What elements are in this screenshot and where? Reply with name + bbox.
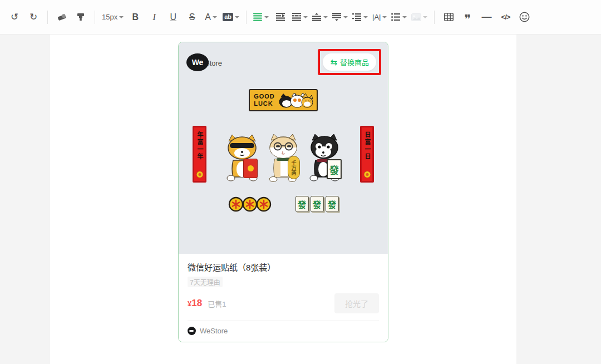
bold-icon: B [132,12,139,22]
price-row: ¥18 已售1 抢光了 [188,293,379,313]
chevron-down-icon [363,16,368,18]
cat-koban-sticker: 千万两 [265,131,301,183]
letter-spacing-button[interactable]: |A| [371,8,388,27]
chevron-down-icon [303,16,308,18]
westore-logo: We Store [186,53,222,71]
space-above-icon [312,13,322,21]
koban-text: 千万两 [290,160,298,175]
space-after-button[interactable] [331,8,349,27]
black-dog-fa-sticker: 發 [307,131,342,183]
table-icon [444,13,454,21]
right-couplet-sticker: 日富一日 [360,126,374,183]
mahjong-tile: 發 [295,196,309,212]
horizontal-rule-icon: — [481,11,491,23]
format-painter-button[interactable] [72,8,90,27]
image-icon [411,13,421,21]
mahjong-tile: 發 [311,196,324,212]
italic-icon: I [153,12,156,22]
margin-lines-icon [352,13,362,21]
mahjong-char: 發 [328,198,336,210]
indent-both-icon [292,13,302,21]
redo-button[interactable]: ↻ [24,8,42,27]
gold-coin-stickers [228,196,270,212]
editor-canvas[interactable]: We Store ⇆ 替换商品 GOOD LUCK [50,35,516,364]
gold-coin-icon [228,196,244,212]
chevron-down-icon [235,16,239,18]
bullet-list-icon [391,13,401,21]
good-luck-banner-sticker: GOOD LUCK [249,89,318,111]
gold-coin-icon [242,196,258,212]
left-couplet-sticker: 年富一年 [193,126,206,183]
mahjong-char: 發 [313,198,321,210]
image-button[interactable] [410,8,429,27]
coin-seal-icon [363,171,371,178]
indent-icon [276,13,285,21]
horizontal-rule-button[interactable]: — [477,8,495,27]
good-luck-text: GOOD LUCK [254,93,275,107]
swap-arrows-icon: ⇆ [330,57,337,67]
chevron-down-icon [264,16,269,18]
chevron-down-icon [343,16,348,18]
chevron-down-icon [119,16,124,18]
letter-spacing-icon: |A| [372,13,381,21]
align-button[interactable] [252,8,270,27]
product-price: ¥18 [188,298,202,309]
redo-icon: ↻ [29,12,37,22]
table-button[interactable] [440,8,457,27]
list-button[interactable] [390,8,408,27]
undo-button[interactable]: ↺ [6,8,23,27]
fa-sign-text: 發 [329,163,339,176]
westore-logo-bubble: We [186,53,209,71]
strikethrough-button[interactable]: S [183,8,201,27]
product-info: 微信好运贴纸（8张装） 7天无理由 ¥18 已售1 抢光了 WeStore [179,254,388,342]
toolbar-divider [95,11,95,24]
footer-store-name: WeStore [200,327,228,335]
emoji-smiley-icon [519,12,530,22]
margin-button[interactable] [351,8,370,27]
product-card-embed[interactable]: We Store ⇆ 替换商品 GOOD LUCK [178,42,388,342]
blockquote-button[interactable]: ❞ [459,8,476,27]
chevron-down-icon [213,16,217,18]
strikethrough-icon: S [189,12,195,22]
font-size-select[interactable]: 15px [100,8,125,27]
chevron-down-icon [423,16,427,18]
price-value: 18 [191,298,202,308]
three-cat-faces-icon [278,92,313,109]
indent-both-sides-button[interactable] [290,8,309,27]
good-luck-line2: LUCK [254,100,275,107]
toolbar-divider [246,11,247,24]
sold-out-button[interactable]: 抢光了 [334,293,379,313]
code-icon: </> [501,13,510,21]
highlight-color-button[interactable]: ab [221,8,241,27]
replace-product-button[interactable]: ⇆ 替换商品 [323,53,376,71]
code-button[interactable]: </> [496,8,514,27]
indent-first-line-button[interactable] [272,8,289,27]
editor-toolbar: ↺ ↻ 15px B I U S A ab [0,0,601,35]
card-footer: WeStore [188,321,379,342]
chevron-down-icon [323,16,328,18]
red-annotation-box: ⇆ 替换商品 [318,49,381,75]
clear-format-button[interactable] [53,8,71,27]
mahjong-char: 發 [298,198,306,210]
font-color-button[interactable]: A [202,8,220,27]
highlight-icon: ab [223,13,233,21]
red-envelope-icon [243,159,258,178]
space-before-button[interactable] [311,8,329,27]
animal-stickers: 千万两 [224,131,342,183]
undo-icon: ↺ [11,12,18,22]
italic-button[interactable]: I [145,8,163,27]
mahjong-tile-stickers: 發 發 發 [295,196,339,212]
underline-button[interactable]: U [164,8,182,27]
font-color-icon: A [205,12,211,22]
emoji-button[interactable] [515,8,533,27]
replace-product-label: 替换商品 [340,57,369,67]
toolbar-divider [434,11,435,24]
space-below-icon [332,13,342,21]
bold-button[interactable]: B [126,8,144,27]
card-header: We Store ⇆ 替换商品 [179,42,388,75]
paint-brush-icon [76,12,85,22]
underline-icon: U [170,12,176,22]
logo-we-text: We [192,58,204,67]
mahjong-tile: 發 [326,196,339,212]
bottom-sticker-row: 發 發 發 [228,196,339,212]
